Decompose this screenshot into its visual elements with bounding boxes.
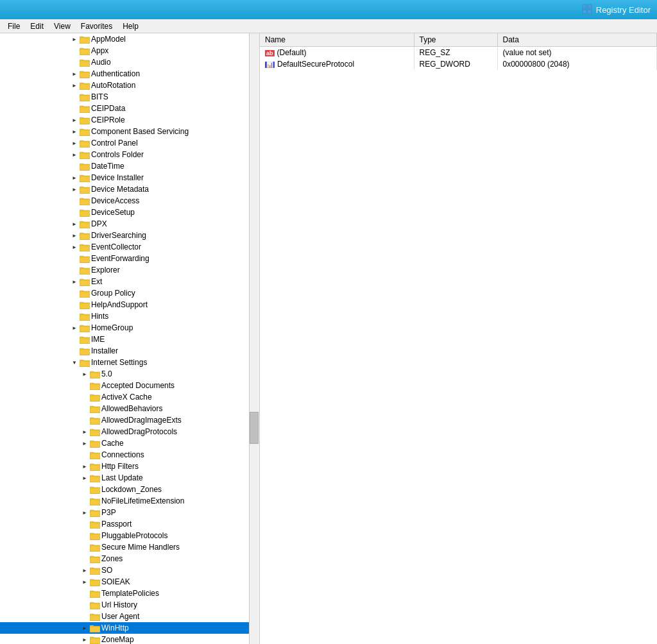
tree-node-eventforwarding[interactable]: EventForwarding	[0, 253, 259, 264]
tree-node-is_urlhistory[interactable]: Url History	[0, 599, 259, 611]
menu-help[interactable]: Help	[117, 21, 144, 32]
tree-scrollbar[interactable]	[249, 33, 259, 644]
expander-is_zonemap[interactable]: ►	[80, 634, 90, 644]
tree-node-is_allowedbehaviors[interactable]: AllowedBehaviors	[0, 403, 259, 414]
expander-controlpanel[interactable]: ►	[69, 138, 80, 148]
tree-node-is_winhttp[interactable]: ► WinHttp	[0, 622, 259, 634]
tree-node-is_so[interactable]: ► SO	[0, 564, 259, 576]
tree-node-deviceinstaller[interactable]: ► Device Installer	[0, 172, 259, 183]
cell-name-1: 📊DefaultSecureProtocol	[260, 58, 414, 70]
expander-is_alloweddragprotocols[interactable]: ►	[80, 427, 90, 437]
tree-node-eventcollector[interactable]: ► EventCollector	[0, 241, 259, 253]
tree-node-bits[interactable]: BITS	[0, 91, 259, 103]
tree-node-componentbasedservicing[interactable]: ► Component Based Servicing	[0, 126, 259, 137]
expander-componentbasedservicing[interactable]: ►	[69, 126, 80, 137]
expander-is_cache[interactable]: ►	[80, 438, 90, 448]
tree-node-devicesetup[interactable]: DeviceSetup	[0, 207, 259, 218]
tree-node-is_alloweddragimageexts[interactable]: AllowedDragImageExts	[0, 414, 259, 426]
tree-node-appx[interactable]: Appx	[0, 45, 259, 56]
folder-icon-devicemetadata	[80, 185, 90, 194]
tree-label-is_5: 5.0	[101, 369, 112, 378]
tree-node-autorotation[interactable]: ► AutoRotation	[0, 80, 259, 91]
tree-node-is_cache[interactable]: ► Cache	[0, 437, 259, 449]
tree-node-is_useragent[interactable]: User Agent	[0, 611, 259, 622]
tree-node-ime[interactable]: IME	[0, 334, 259, 345]
tree-node-deviceaccess[interactable]: DeviceAccess	[0, 195, 259, 207]
tree-node-devicemetadata[interactable]: ► Device Metadata	[0, 183, 259, 195]
expander-is_soieak[interactable]: ►	[80, 577, 90, 587]
table-row[interactable]: 📊DefaultSecureProtocol REG_DWORD 0x00000…	[260, 58, 657, 70]
tree-label-is_lastupdate: Last Update	[101, 473, 143, 482]
tree-node-ceipdata[interactable]: CEIPData	[0, 103, 259, 114]
expander-internetsettings[interactable]: ▼	[69, 357, 80, 368]
expander-is_5[interactable]: ►	[80, 369, 90, 379]
expander-authentication[interactable]: ►	[69, 69, 80, 79]
tree-node-is_lockdownzones[interactable]: Lockdown_Zones	[0, 484, 259, 495]
tree-node-ceiprole[interactable]: ► CEIPRole	[0, 114, 259, 126]
tree-content[interactable]: ► AppModel Appx Audio► Authentication► A…	[0, 33, 259, 644]
tree-node-controlpanel[interactable]: ► Control Panel	[0, 137, 259, 149]
expander-eventcollector[interactable]: ►	[69, 242, 80, 252]
expander-is_so[interactable]: ►	[80, 565, 90, 575]
tree-node-is_p3p[interactable]: ► P3P	[0, 507, 259, 518]
tree-node-is_5[interactable]: ► 5.0	[0, 368, 259, 380]
tree-node-is_alloweddragprotocols[interactable]: ► AllowedDragProtocols	[0, 426, 259, 437]
expander-autorotation[interactable]: ►	[69, 80, 80, 90]
tree-node-dpx[interactable]: ► DPX	[0, 218, 259, 230]
svg-rect-108	[90, 430, 100, 436]
tree-node-is_nofilelifetimeext[interactable]: NoFileLifetimeExtension	[0, 495, 259, 507]
menu-favorites[interactable]: Favorites	[76, 21, 117, 32]
tree-node-is_securemimehandlers[interactable]: Secure Mime Handlers	[0, 541, 259, 553]
expander-dpx[interactable]: ►	[69, 219, 80, 229]
tree-node-is_httpfilters[interactable]: ► Http Filters	[0, 461, 259, 472]
tree-node-is_activexcache[interactable]: ActiveX Cache	[0, 391, 259, 403]
folder-icon-devicesetup	[80, 208, 90, 217]
menu-view[interactable]: View	[49, 21, 76, 32]
expander-driversearching[interactable]: ►	[69, 230, 80, 241]
tree-node-hints[interactable]: Hints	[0, 310, 259, 322]
tree-node-driversearching[interactable]: ► DriverSearching	[0, 230, 259, 241]
tree-node-audio[interactable]: Audio	[0, 56, 259, 68]
svg-rect-1	[588, 4, 592, 8]
svg-rect-60	[80, 245, 90, 251]
tree-label-ime: IME	[91, 335, 105, 344]
expander-devicemetadata[interactable]: ►	[69, 184, 80, 194]
expander-is_p3p[interactable]: ►	[80, 507, 90, 518]
folder-icon-is_zones	[90, 554, 100, 563]
tree-node-homegroup[interactable]: ► HomeGroup	[0, 322, 259, 334]
tree-label-ceipdata: CEIPData	[91, 104, 125, 113]
tree-node-helpandsupport[interactable]: HelpAndSupport	[0, 299, 259, 310]
expander-ceiprole[interactable]: ►	[69, 115, 80, 125]
tree-node-installer[interactable]: Installer	[0, 345, 259, 357]
scrollbar-thumb[interactable]	[250, 412, 259, 444]
tree-node-is_templatepolicies[interactable]: TemplatePolicies	[0, 588, 259, 599]
tree-node-is_connections[interactable]: Connections	[0, 449, 259, 461]
expander-is_lastupdate[interactable]: ►	[80, 473, 90, 483]
tree-node-is_zonemap[interactable]: ► ZoneMap	[0, 634, 259, 644]
tree-node-appmodel[interactable]: ► AppModel	[0, 33, 259, 45]
expander-homegroup[interactable]: ►	[69, 323, 80, 333]
tree-node-is_passport[interactable]: Passport	[0, 518, 259, 530]
expander-ext[interactable]: ►	[69, 276, 80, 287]
menu-file[interactable]: File	[3, 21, 25, 32]
tree-node-is_lastupdate[interactable]: ► Last Update	[0, 472, 259, 484]
tree-node-explorer[interactable]: Explorer	[0, 264, 259, 276]
tree-node-is_zones[interactable]: Zones	[0, 553, 259, 564]
tree-node-internetsettings[interactable]: ▼ Internet Settings	[0, 357, 259, 368]
tree-node-is_accepteddocs[interactable]: Accepted Documents	[0, 380, 259, 391]
expander-deviceinstaller[interactable]: ►	[69, 173, 80, 183]
expander-appmodel[interactable]: ►	[69, 34, 80, 44]
tree-node-grouppolicy[interactable]: Group Policy	[0, 287, 259, 299]
expander-is_httpfilters[interactable]: ►	[80, 461, 90, 471]
expander-is_winhttp[interactable]: ►	[80, 623, 90, 633]
tree-node-controlsfolder[interactable]: ► Controls Folder	[0, 149, 259, 160]
tree-node-ext[interactable]: ► Ext	[0, 276, 259, 287]
expander-controlsfolder[interactable]: ►	[69, 149, 80, 160]
tree-node-is_pluggableprotocols[interactable]: PluggableProtocols	[0, 530, 259, 541]
tree-node-is_soieak[interactable]: ► SOIEAK	[0, 576, 259, 588]
tree-node-authentication[interactable]: ► Authentication	[0, 68, 259, 80]
tree-node-datetime[interactable]: DateTime	[0, 160, 259, 172]
menu-edit[interactable]: Edit	[25, 21, 49, 32]
folder-icon-is_httpfilters	[90, 462, 100, 471]
table-row[interactable]: ab(Default) REG_SZ (value not set)	[260, 46, 657, 58]
